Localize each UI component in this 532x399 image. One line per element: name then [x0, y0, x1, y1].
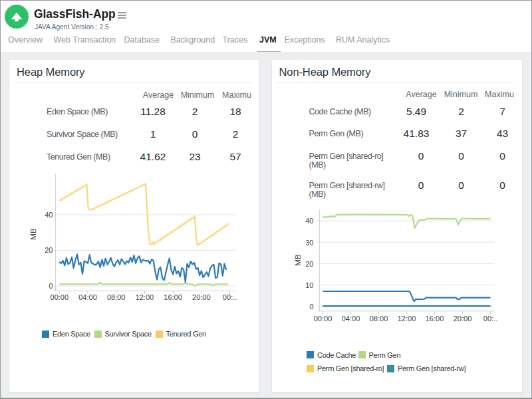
svg-text:00:..: 00:..: [483, 315, 497, 323]
svg-text:12:00: 12:00: [397, 315, 416, 323]
svg-text:40: 40: [305, 217, 313, 225]
svg-text:20: 20: [45, 246, 53, 254]
svg-text:20:00: 20:00: [453, 315, 471, 323]
svg-text:04:00: 04:00: [78, 293, 97, 301]
svg-text:20: 20: [305, 260, 313, 268]
svg-text:16:00: 16:00: [164, 293, 182, 301]
svg-text:16:00: 16:00: [425, 315, 444, 323]
svg-text:20:00: 20:00: [192, 293, 211, 301]
svg-text:00:00: 00:00: [313, 315, 332, 323]
svg-text:0: 0: [49, 282, 53, 290]
svg-text:30: 30: [305, 239, 313, 247]
svg-text:MB: MB: [29, 228, 37, 240]
svg-text:40: 40: [45, 211, 53, 219]
svg-text:00:00: 00:00: [51, 293, 69, 301]
svg-text:10: 10: [305, 281, 313, 289]
svg-text:04:00: 04:00: [341, 315, 360, 323]
svg-text:08:00: 08:00: [107, 293, 126, 301]
svg-text:08:00: 08:00: [369, 315, 388, 323]
svg-text:12:00: 12:00: [136, 293, 154, 301]
svg-text:MB: MB: [294, 254, 302, 266]
svg-text:00:..: 00:..: [223, 293, 237, 301]
svg-text:0: 0: [309, 303, 313, 311]
